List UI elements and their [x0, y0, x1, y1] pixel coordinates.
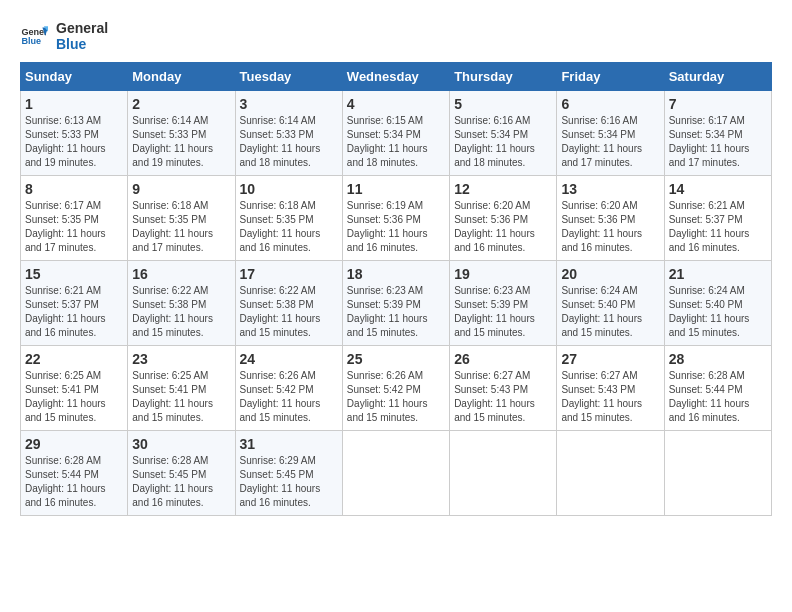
day-info: Sunrise: 6:23 AM Sunset: 5:39 PM Dayligh…	[454, 284, 552, 340]
day-number: 14	[669, 181, 767, 197]
day-number: 16	[132, 266, 230, 282]
calendar-cell: 14Sunrise: 6:21 AM Sunset: 5:37 PM Dayli…	[664, 176, 771, 261]
day-info: Sunrise: 6:17 AM Sunset: 5:34 PM Dayligh…	[669, 114, 767, 170]
day-number: 6	[561, 96, 659, 112]
day-number: 10	[240, 181, 338, 197]
day-number: 31	[240, 436, 338, 452]
day-number: 30	[132, 436, 230, 452]
calendar-cell: 4Sunrise: 6:15 AM Sunset: 5:34 PM Daylig…	[342, 91, 449, 176]
day-info: Sunrise: 6:25 AM Sunset: 5:41 PM Dayligh…	[25, 369, 123, 425]
day-info: Sunrise: 6:15 AM Sunset: 5:34 PM Dayligh…	[347, 114, 445, 170]
calendar-cell: 20Sunrise: 6:24 AM Sunset: 5:40 PM Dayli…	[557, 261, 664, 346]
day-info: Sunrise: 6:13 AM Sunset: 5:33 PM Dayligh…	[25, 114, 123, 170]
calendar-cell: 6Sunrise: 6:16 AM Sunset: 5:34 PM Daylig…	[557, 91, 664, 176]
calendar-cell: 11Sunrise: 6:19 AM Sunset: 5:36 PM Dayli…	[342, 176, 449, 261]
day-info: Sunrise: 6:26 AM Sunset: 5:42 PM Dayligh…	[347, 369, 445, 425]
logo-icon: General Blue	[20, 22, 48, 50]
header-day-thursday: Thursday	[450, 63, 557, 91]
calendar-cell: 22Sunrise: 6:25 AM Sunset: 5:41 PM Dayli…	[21, 346, 128, 431]
calendar-cell: 30Sunrise: 6:28 AM Sunset: 5:45 PM Dayli…	[128, 431, 235, 516]
day-number: 25	[347, 351, 445, 367]
day-number: 15	[25, 266, 123, 282]
week-row-4: 22Sunrise: 6:25 AM Sunset: 5:41 PM Dayli…	[21, 346, 772, 431]
calendar-cell: 28Sunrise: 6:28 AM Sunset: 5:44 PM Dayli…	[664, 346, 771, 431]
calendar-cell: 17Sunrise: 6:22 AM Sunset: 5:38 PM Dayli…	[235, 261, 342, 346]
calendar-cell: 1Sunrise: 6:13 AM Sunset: 5:33 PM Daylig…	[21, 91, 128, 176]
calendar-cell: 31Sunrise: 6:29 AM Sunset: 5:45 PM Dayli…	[235, 431, 342, 516]
day-number: 2	[132, 96, 230, 112]
day-number: 5	[454, 96, 552, 112]
day-number: 7	[669, 96, 767, 112]
day-info: Sunrise: 6:18 AM Sunset: 5:35 PM Dayligh…	[132, 199, 230, 255]
day-number: 27	[561, 351, 659, 367]
day-info: Sunrise: 6:21 AM Sunset: 5:37 PM Dayligh…	[669, 199, 767, 255]
day-number: 8	[25, 181, 123, 197]
calendar-cell	[342, 431, 449, 516]
calendar-cell: 25Sunrise: 6:26 AM Sunset: 5:42 PM Dayli…	[342, 346, 449, 431]
calendar-cell: 12Sunrise: 6:20 AM Sunset: 5:36 PM Dayli…	[450, 176, 557, 261]
calendar-cell: 27Sunrise: 6:27 AM Sunset: 5:43 PM Dayli…	[557, 346, 664, 431]
logo: General Blue General Blue	[20, 20, 108, 52]
day-number: 3	[240, 96, 338, 112]
day-info: Sunrise: 6:22 AM Sunset: 5:38 PM Dayligh…	[132, 284, 230, 340]
day-info: Sunrise: 6:23 AM Sunset: 5:39 PM Dayligh…	[347, 284, 445, 340]
day-info: Sunrise: 6:27 AM Sunset: 5:43 PM Dayligh…	[561, 369, 659, 425]
calendar-header: SundayMondayTuesdayWednesdayThursdayFrid…	[21, 63, 772, 91]
day-number: 11	[347, 181, 445, 197]
day-number: 17	[240, 266, 338, 282]
page-header: General Blue General Blue	[20, 20, 772, 52]
calendar-cell: 16Sunrise: 6:22 AM Sunset: 5:38 PM Dayli…	[128, 261, 235, 346]
header-day-sunday: Sunday	[21, 63, 128, 91]
header-day-monday: Monday	[128, 63, 235, 91]
calendar-cell	[664, 431, 771, 516]
calendar-cell: 3Sunrise: 6:14 AM Sunset: 5:33 PM Daylig…	[235, 91, 342, 176]
day-number: 28	[669, 351, 767, 367]
week-row-2: 8Sunrise: 6:17 AM Sunset: 5:35 PM Daylig…	[21, 176, 772, 261]
day-number: 4	[347, 96, 445, 112]
day-info: Sunrise: 6:25 AM Sunset: 5:41 PM Dayligh…	[132, 369, 230, 425]
day-info: Sunrise: 6:26 AM Sunset: 5:42 PM Dayligh…	[240, 369, 338, 425]
day-info: Sunrise: 6:28 AM Sunset: 5:44 PM Dayligh…	[669, 369, 767, 425]
calendar-cell: 13Sunrise: 6:20 AM Sunset: 5:36 PM Dayli…	[557, 176, 664, 261]
calendar-cell: 24Sunrise: 6:26 AM Sunset: 5:42 PM Dayli…	[235, 346, 342, 431]
header-day-saturday: Saturday	[664, 63, 771, 91]
calendar-cell: 8Sunrise: 6:17 AM Sunset: 5:35 PM Daylig…	[21, 176, 128, 261]
day-info: Sunrise: 6:27 AM Sunset: 5:43 PM Dayligh…	[454, 369, 552, 425]
calendar-cell: 10Sunrise: 6:18 AM Sunset: 5:35 PM Dayli…	[235, 176, 342, 261]
day-number: 19	[454, 266, 552, 282]
day-number: 1	[25, 96, 123, 112]
day-number: 22	[25, 351, 123, 367]
calendar-cell	[557, 431, 664, 516]
day-info: Sunrise: 6:19 AM Sunset: 5:36 PM Dayligh…	[347, 199, 445, 255]
day-number: 21	[669, 266, 767, 282]
calendar-cell	[450, 431, 557, 516]
calendar-cell: 2Sunrise: 6:14 AM Sunset: 5:33 PM Daylig…	[128, 91, 235, 176]
day-info: Sunrise: 6:28 AM Sunset: 5:44 PM Dayligh…	[25, 454, 123, 510]
day-info: Sunrise: 6:29 AM Sunset: 5:45 PM Dayligh…	[240, 454, 338, 510]
day-info: Sunrise: 6:20 AM Sunset: 5:36 PM Dayligh…	[454, 199, 552, 255]
week-row-5: 29Sunrise: 6:28 AM Sunset: 5:44 PM Dayli…	[21, 431, 772, 516]
calendar-cell: 7Sunrise: 6:17 AM Sunset: 5:34 PM Daylig…	[664, 91, 771, 176]
week-row-1: 1Sunrise: 6:13 AM Sunset: 5:33 PM Daylig…	[21, 91, 772, 176]
day-info: Sunrise: 6:20 AM Sunset: 5:36 PM Dayligh…	[561, 199, 659, 255]
calendar-cell: 23Sunrise: 6:25 AM Sunset: 5:41 PM Dayli…	[128, 346, 235, 431]
day-info: Sunrise: 6:14 AM Sunset: 5:33 PM Dayligh…	[132, 114, 230, 170]
day-number: 23	[132, 351, 230, 367]
calendar-cell: 26Sunrise: 6:27 AM Sunset: 5:43 PM Dayli…	[450, 346, 557, 431]
header-day-wednesday: Wednesday	[342, 63, 449, 91]
calendar-cell: 5Sunrise: 6:16 AM Sunset: 5:34 PM Daylig…	[450, 91, 557, 176]
day-number: 29	[25, 436, 123, 452]
day-info: Sunrise: 6:16 AM Sunset: 5:34 PM Dayligh…	[561, 114, 659, 170]
day-info: Sunrise: 6:24 AM Sunset: 5:40 PM Dayligh…	[561, 284, 659, 340]
calendar-cell: 29Sunrise: 6:28 AM Sunset: 5:44 PM Dayli…	[21, 431, 128, 516]
day-number: 18	[347, 266, 445, 282]
day-number: 12	[454, 181, 552, 197]
calendar-cell: 15Sunrise: 6:21 AM Sunset: 5:37 PM Dayli…	[21, 261, 128, 346]
day-info: Sunrise: 6:24 AM Sunset: 5:40 PM Dayligh…	[669, 284, 767, 340]
calendar-table: SundayMondayTuesdayWednesdayThursdayFrid…	[20, 62, 772, 516]
calendar-cell: 19Sunrise: 6:23 AM Sunset: 5:39 PM Dayli…	[450, 261, 557, 346]
day-number: 26	[454, 351, 552, 367]
day-number: 20	[561, 266, 659, 282]
day-info: Sunrise: 6:28 AM Sunset: 5:45 PM Dayligh…	[132, 454, 230, 510]
svg-text:Blue: Blue	[21, 36, 41, 46]
